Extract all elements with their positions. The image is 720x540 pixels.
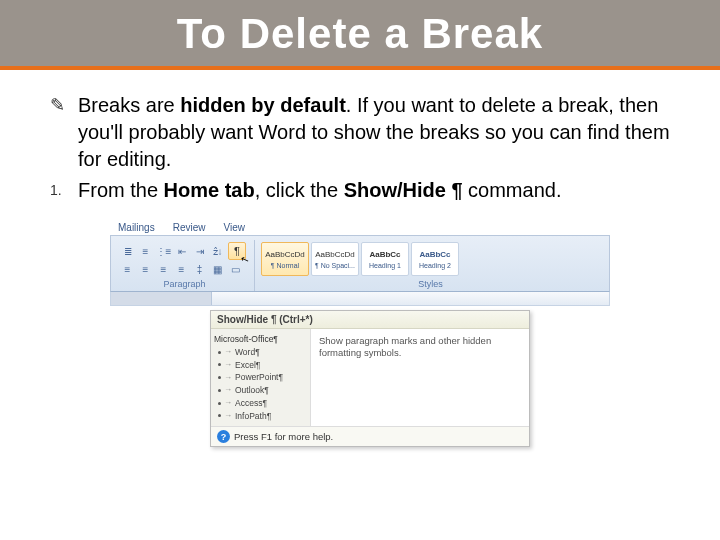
tooltip-footer-text: Press F1 for more help.: [234, 431, 333, 442]
text-fragment: , click the: [255, 179, 344, 201]
style-name: Heading 1: [369, 262, 401, 269]
style-heading1[interactable]: AaBbCc Heading 1: [361, 242, 409, 276]
slide-header: To Delete a Break: [0, 0, 720, 70]
style-heading2[interactable]: AaBbCc Heading 2: [411, 242, 459, 276]
styles-group-label: Styles: [261, 277, 600, 290]
numbered-item: 1. From the Home tab, click the Show/Hid…: [50, 177, 670, 204]
paragraph-group: ≣ ≡ ⋮≡ ⇤ ⇥ ẑ↓ ¶ ↖ ≡ ≡ ≡: [115, 240, 255, 291]
tooltip-preview: Microsoft-Office¶ →Word¶ →Excel¶ →PowerP…: [211, 329, 311, 426]
style-sample: AaBbCcDd: [315, 250, 355, 259]
style-name: ¶ Normal: [271, 262, 299, 269]
ruler: [110, 292, 610, 306]
slide-title: To Delete a Break: [0, 10, 720, 58]
style-sample: AaBbCc: [419, 250, 450, 259]
indent-right-icon[interactable]: ⇥: [192, 244, 207, 259]
styles-group: AaBbCcDd ¶ Normal AaBbCcDd ¶ No Spaci...…: [256, 240, 605, 291]
numbering-icon[interactable]: ≡: [138, 244, 153, 259]
indent-left-icon[interactable]: ⇤: [174, 244, 189, 259]
info-icon: ?: [217, 430, 230, 443]
style-sample: AaBbCc: [369, 250, 400, 259]
tooltip-footer: ? Press F1 for more help.: [211, 426, 529, 446]
ribbon-tabs: Mailings Review View: [110, 218, 610, 236]
preview-item: Access¶: [235, 397, 267, 410]
tooltip-panel: Show/Hide ¶ (Ctrl+*) Microsoft-Office¶ →…: [210, 310, 530, 447]
preview-row: →InfoPath¶: [214, 410, 307, 423]
preview-row: →Word¶: [214, 346, 307, 359]
tab-mailings[interactable]: Mailings: [116, 220, 157, 235]
bullet-marker-icon: ✎: [50, 92, 78, 116]
shading-icon[interactable]: ▦: [210, 262, 225, 277]
style-name: Heading 2: [419, 262, 451, 269]
style-no-spacing[interactable]: AaBbCcDd ¶ No Spaci...: [311, 242, 359, 276]
numbered-text: From the Home tab, click the Show/Hide ¶…: [78, 177, 561, 204]
multilevel-icon[interactable]: ⋮≡: [156, 244, 171, 259]
line-spacing-icon[interactable]: ‡: [192, 262, 207, 277]
tooltip-title: Show/Hide ¶ (Ctrl+*): [211, 311, 529, 329]
border-icon[interactable]: ▭: [228, 262, 243, 277]
bullet-item: ✎ Breaks are hidden by default. If you w…: [50, 92, 670, 173]
preview-item: Excel¶: [235, 359, 260, 372]
bold-fragment: Home tab: [164, 179, 255, 201]
sort-icon[interactable]: ẑ↓: [210, 244, 225, 259]
text-fragment: Breaks are: [78, 94, 180, 116]
bold-fragment: Show/Hide ¶: [344, 179, 463, 201]
paragraph-group-label: Paragraph: [120, 277, 249, 290]
style-sample: AaBbCcDd: [265, 250, 305, 259]
style-normal[interactable]: AaBbCcDd ¶ Normal: [261, 242, 309, 276]
bullet-text: Breaks are hidden by default. If you wan…: [78, 92, 670, 173]
tab-review[interactable]: Review: [171, 220, 208, 235]
slide-body: ✎ Breaks are hidden by default. If you w…: [0, 70, 720, 457]
style-name: ¶ No Spaci...: [315, 262, 355, 269]
align-center-icon[interactable]: ≡: [138, 262, 153, 277]
preview-row: →Access¶: [214, 397, 307, 410]
bold-fragment: hidden by default: [180, 94, 346, 116]
tooltip-description: Show paragraph marks and other hidden fo…: [311, 329, 529, 426]
text-fragment: command.: [463, 179, 562, 201]
ribbon-body: ≣ ≡ ⋮≡ ⇤ ⇥ ẑ↓ ¶ ↖ ≡ ≡ ≡: [110, 236, 610, 292]
text-fragment: From the: [78, 179, 164, 201]
preview-heading: Microsoft-Office¶: [214, 333, 307, 346]
preview-item: PowerPoint¶: [235, 371, 283, 384]
preview-item: Outlook¶: [235, 384, 269, 397]
preview-item: InfoPath¶: [235, 410, 271, 423]
align-left-icon[interactable]: ≡: [120, 262, 135, 277]
bullets-icon[interactable]: ≣: [120, 244, 135, 259]
word-ribbon-screenshot: Mailings Review View ≣ ≡ ⋮≡ ⇤ ⇥ ẑ↓ ¶ ↖: [110, 218, 610, 447]
show-hide-button[interactable]: ¶ ↖: [228, 242, 246, 260]
preview-item: Word¶: [235, 346, 260, 359]
justify-icon[interactable]: ≡: [174, 262, 189, 277]
tab-view[interactable]: View: [221, 220, 247, 235]
align-right-icon[interactable]: ≡: [156, 262, 171, 277]
preview-row: →Excel¶: [214, 359, 307, 372]
preview-row: →Outlook¶: [214, 384, 307, 397]
preview-row: →PowerPoint¶: [214, 371, 307, 384]
number-marker: 1.: [50, 177, 78, 198]
